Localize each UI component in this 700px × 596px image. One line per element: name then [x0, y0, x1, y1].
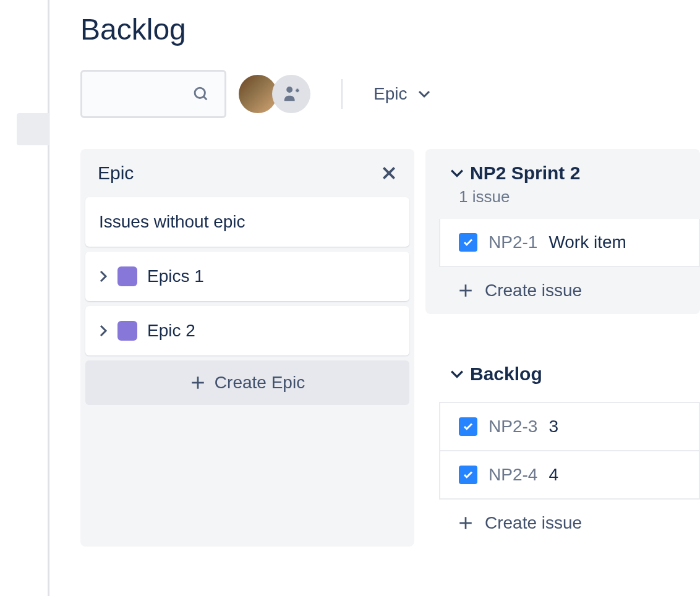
- epic-item[interactable]: Epics 1: [85, 252, 409, 301]
- issue-row[interactable]: NP2-1 Work item: [439, 219, 700, 267]
- sprint-section: NP2 Sprint 2 1 issue NP2-1 Work item: [425, 149, 700, 314]
- epic-color-swatch: [117, 266, 137, 286]
- plus-icon: [190, 375, 206, 391]
- task-icon: [459, 466, 477, 484]
- svg-point-2: [286, 87, 292, 93]
- add-user-icon: [281, 83, 302, 104]
- epic-color-swatch: [117, 321, 137, 341]
- create-epic-button[interactable]: Create Epic: [85, 360, 409, 405]
- issue-row[interactable]: NP2-3 3: [439, 402, 700, 451]
- create-issue-button[interactable]: Create issue: [439, 500, 700, 547]
- chevron-down-icon: [450, 168, 464, 178]
- epic-panel-title: Epic: [98, 163, 134, 184]
- epic-filter-dropdown[interactable]: Epic: [373, 84, 430, 104]
- chevron-right-icon: [99, 270, 108, 283]
- epic-name: Epics 1: [147, 266, 204, 286]
- epic-name: Epic 2: [147, 321, 195, 341]
- avatar-group: [244, 75, 310, 113]
- epic-item[interactable]: Epic 2: [85, 306, 409, 355]
- backlog-header[interactable]: Backlog: [425, 364, 700, 402]
- sprint-title: NP2 Sprint 2: [470, 163, 580, 184]
- user-avatar[interactable]: [239, 75, 277, 113]
- issue-key: NP2-4: [489, 465, 537, 485]
- chevron-down-icon: [450, 369, 464, 379]
- sidebar-rail: [0, 0, 49, 596]
- create-issue-button[interactable]: Create issue: [439, 267, 700, 314]
- search-input[interactable]: [80, 70, 226, 118]
- chevron-down-icon: [418, 90, 430, 98]
- svg-point-0: [195, 88, 205, 98]
- add-user-button[interactable]: [272, 75, 310, 113]
- issue-summary: 3: [548, 417, 558, 436]
- task-icon: [459, 417, 477, 436]
- create-issue-label: Create issue: [485, 281, 582, 300]
- epic-filter-label: Epic: [373, 84, 407, 104]
- issue-key: NP2-3: [489, 417, 537, 436]
- create-issue-label: Create issue: [485, 513, 582, 533]
- epic-panel: Epic Issues without epic Epics 1: [80, 149, 414, 547]
- toolbar: Epic: [80, 70, 700, 118]
- issues-without-epic[interactable]: Issues without epic: [85, 197, 409, 247]
- close-icon: [381, 165, 397, 181]
- issue-row[interactable]: NP2-4 4: [439, 451, 700, 500]
- create-epic-label: Create Epic: [215, 373, 305, 393]
- backlog-section: Backlog NP2-3 3: [425, 364, 700, 547]
- search-icon: [192, 85, 210, 103]
- chevron-right-icon: [99, 325, 108, 337]
- sidebar-active-indicator[interactable]: [17, 113, 49, 145]
- sprint-issue-count: 1 issue: [425, 187, 700, 206]
- close-epic-panel-button[interactable]: [381, 165, 397, 181]
- backlog-title: Backlog: [470, 364, 542, 385]
- plus-icon: [458, 283, 474, 299]
- task-icon: [459, 233, 477, 252]
- svg-line-1: [203, 96, 207, 100]
- issue-summary: Work item: [548, 232, 626, 252]
- page-title: Backlog: [80, 12, 700, 46]
- plus-icon: [458, 515, 474, 531]
- divider: [341, 79, 343, 109]
- issue-summary: 4: [548, 465, 558, 485]
- issue-key: NP2-1: [489, 232, 537, 252]
- issues-without-epic-label: Issues without epic: [99, 212, 245, 232]
- sprint-header[interactable]: NP2 Sprint 2: [425, 163, 700, 187]
